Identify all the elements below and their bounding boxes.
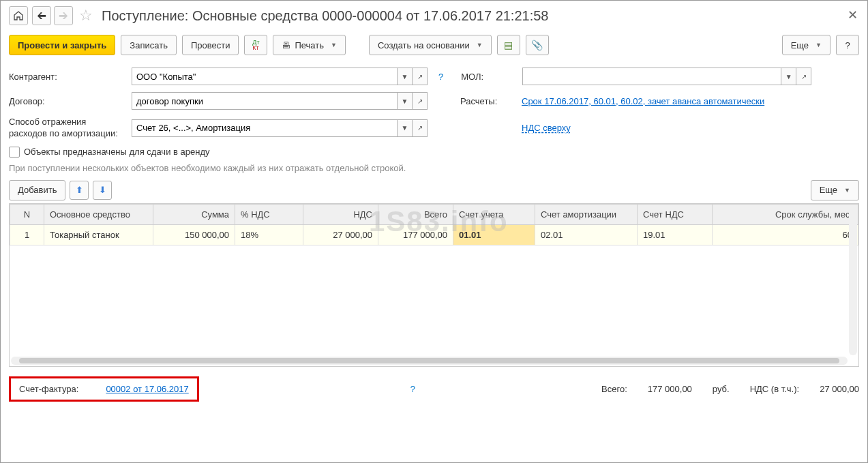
hint-text: При поступлении нескольких объектов необ… — [9, 163, 859, 173]
save-button[interactable]: Записать — [121, 35, 177, 55]
more-button[interactable]: Еще ▼ — [782, 35, 830, 55]
vertical-scrollbar[interactable] — [849, 205, 857, 355]
back-button[interactable]: 🡨 — [32, 6, 51, 25]
invoice-highlight-box: Счет-фактура: 00002 от 17.06.2017 — [9, 376, 199, 402]
settlements-link[interactable]: Срок 17.06.2017, 60.01, 60.02, зачет ава… — [522, 96, 764, 106]
document-title: Поступление: Основные средства 0000-0000… — [102, 8, 548, 24]
create-based-button[interactable]: Создать на основании ▼ — [369, 35, 492, 55]
counterparty-input[interactable] — [132, 68, 398, 85]
table-more-button[interactable]: Еще ▼ — [811, 180, 859, 200]
chevron-down-icon: ▼ — [331, 42, 337, 48]
table-toolbar: Добавить ⬆ ⬇ Еще ▼ — [9, 180, 859, 200]
totals: Всего: 177 000,00 руб. НДС (в т.ч.): 27 … — [601, 384, 859, 394]
dropdown-button[interactable]: ▼ — [398, 68, 413, 85]
move-up-button[interactable]: ⬆ — [70, 181, 89, 200]
lease-checkbox[interactable] — [9, 147, 20, 158]
col-life[interactable]: Срок службы, мес. — [713, 204, 858, 224]
move-down-button[interactable]: ⬇ — [93, 181, 112, 200]
col-vat-acc[interactable]: Счет НДС — [638, 204, 713, 224]
scroll-thumb[interactable] — [19, 358, 839, 363]
dt-kt-button[interactable]: ДтКт — [244, 35, 267, 55]
favorite-star-icon[interactable]: ☆ — [77, 7, 95, 25]
currency: руб. — [713, 384, 730, 394]
contract-row: Договор: ▼ ↗ Расчеты: Срок 17.06.2017, 6… — [9, 92, 859, 110]
dtkt-icon: ДтКт — [252, 40, 259, 50]
horizontal-scrollbar[interactable] — [11, 357, 848, 365]
home-button[interactable] — [9, 6, 28, 25]
footer-help[interactable]: ? — [410, 384, 415, 394]
col-n[interactable]: N — [10, 204, 44, 224]
open-button[interactable]: ↗ — [413, 92, 428, 110]
cell-asset[interactable]: Токарный станок — [44, 224, 153, 245]
forward-button[interactable]: 🡪 — [54, 6, 73, 25]
cell-vat[interactable]: 27 000,00 — [303, 224, 378, 245]
cell-vat-acc[interactable]: 19.01 — [638, 224, 713, 245]
dropdown-button[interactable]: ▼ — [398, 92, 413, 110]
toolbar: Провести и закрыть Записать Провести ДтК… — [9, 35, 859, 55]
document-icon: ▤ — [504, 40, 513, 50]
col-asset[interactable]: Основное средство — [44, 204, 153, 224]
help-button[interactable]: ? — [836, 35, 859, 55]
cell-account[interactable]: 01.01 — [453, 224, 535, 245]
counterparty-row: Контрагент: ▼ ↗ ? МОЛ: ▼ ↗ — [9, 68, 859, 85]
footer: Счет-фактура: 00002 от 17.06.2017 ? Всег… — [9, 376, 859, 402]
close-button[interactable]: ✕ — [848, 8, 858, 23]
post-and-close-button[interactable]: Провести и закрыть — [9, 35, 115, 55]
cell-n[interactable]: 1 — [10, 224, 44, 245]
printer-icon: 🖶 — [282, 40, 290, 50]
table-header-row: N Основное средство Сумма % НДС НДС Всег… — [10, 204, 858, 224]
cell-amort[interactable]: 02.01 — [535, 224, 638, 245]
paperclip-icon: 📎 — [531, 40, 543, 50]
document-window: 🡨 🡪 ☆ Поступление: Основные средства 000… — [0, 0, 868, 463]
add-row-button[interactable]: Добавить — [9, 180, 65, 200]
open-button[interactable]: ↗ — [413, 119, 428, 137]
invoice-link[interactable]: 00002 от 17.06.2017 — [106, 384, 188, 394]
mol-input[interactable] — [522, 68, 781, 85]
open-button[interactable]: ↗ — [413, 68, 428, 85]
expense-row: Способ отражениярасходов по амортизации:… — [9, 117, 859, 140]
lease-checkbox-label: Объекты предназначены для сдачи в аренду — [24, 147, 209, 157]
expense-input[interactable] — [132, 119, 398, 137]
col-account[interactable]: Счет учета — [453, 204, 535, 224]
mol-label: МОЛ: — [461, 72, 515, 82]
attachment-button[interactable]: 📎 — [526, 35, 549, 55]
col-vat-pct[interactable]: % НДС — [235, 204, 303, 224]
col-sum[interactable]: Сумма — [153, 204, 235, 224]
counterparty-label: Контрагент: — [9, 72, 125, 82]
chevron-down-icon: ▼ — [815, 42, 822, 48]
contract-label: Договор: — [9, 96, 125, 106]
invoice-label: Счет-фактура: — [19, 384, 78, 394]
table-row[interactable]: 1 Токарный станок 150 000,00 18% 27 000,… — [10, 224, 858, 245]
vat-value: 27 000,00 — [820, 384, 859, 394]
cell-life[interactable]: 60 — [713, 224, 858, 245]
col-total[interactable]: Всего — [378, 204, 453, 224]
post-button[interactable]: Провести — [182, 35, 239, 55]
expense-label: Способ отражениярасходов по амортизации: — [9, 117, 125, 140]
total-value: 177 000,00 — [648, 384, 692, 394]
cell-sum[interactable]: 150 000,00 — [153, 224, 235, 245]
lease-checkbox-row: Объекты предназначены для сдачи в аренду — [9, 147, 859, 158]
col-amort[interactable]: Счет амортизации — [535, 204, 638, 224]
help-link[interactable]: ? — [438, 72, 443, 82]
col-vat[interactable]: НДС — [303, 204, 378, 224]
vat-mode-link[interactable]: НДС сверху — [522, 123, 571, 133]
chevron-down-icon: ▼ — [477, 42, 483, 48]
vat-label: НДС (в т.ч.): — [750, 384, 800, 394]
settlements-label: Расчеты: — [460, 96, 515, 106]
chevron-down-icon: ▼ — [844, 187, 850, 194]
dropdown-button[interactable]: ▼ — [398, 119, 413, 137]
cell-total[interactable]: 177 000,00 — [378, 224, 453, 245]
titlebar: 🡨 🡪 ☆ Поступление: Основные средства 000… — [9, 6, 859, 25]
open-button[interactable]: ↗ — [796, 68, 811, 85]
total-label: Всего: — [601, 384, 627, 394]
dropdown-button[interactable]: ▼ — [781, 68, 796, 85]
report-button[interactable]: ▤ — [497, 35, 520, 55]
contract-input[interactable] — [132, 92, 398, 110]
cell-vat-pct[interactable]: 18% — [235, 224, 303, 245]
assets-table: N Основное средство Сумма % НДС НДС Всег… — [9, 203, 859, 367]
print-button[interactable]: 🖶 Печать ▼ — [273, 35, 346, 55]
